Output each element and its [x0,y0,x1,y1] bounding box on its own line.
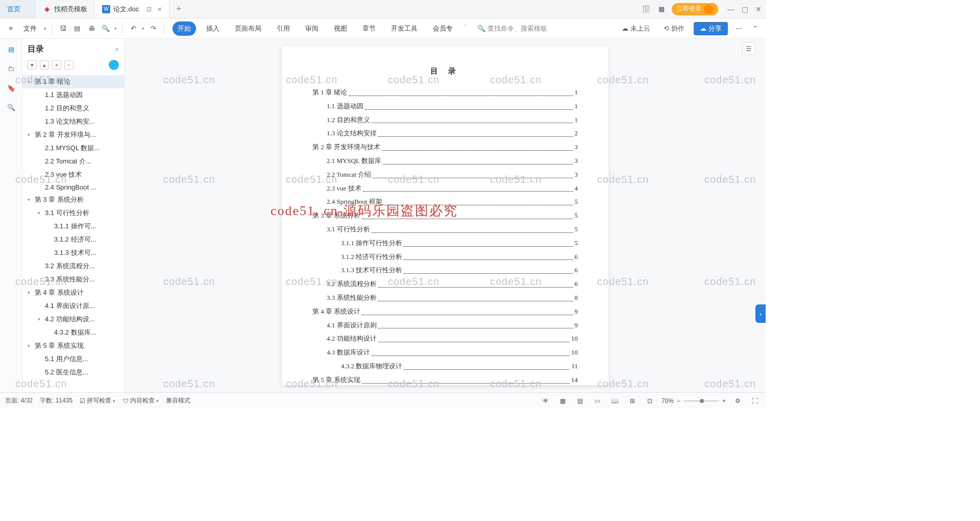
toc-item[interactable]: 2.4 SpringBoot ... [22,181,124,193]
book-icon[interactable]: 📖 [609,395,621,407]
assistant-icon[interactable] [109,60,119,70]
collapse-all-icon[interactable]: ▾ [28,60,37,69]
toc-item[interactable]: 4.1 界面设计原... [22,299,124,313]
pin-icon[interactable]: ⊡ [146,6,152,13]
login-button[interactable]: 立即登录 [672,3,718,15]
toc-item[interactable]: 3.1.3 技术可... [22,246,124,259]
print-icon[interactable]: 🖶 [86,23,97,34]
settings-icon[interactable]: ⚙ [732,395,743,407]
grid-view-icon[interactable]: ⊞ [627,395,638,407]
bookmark-icon[interactable]: 🔖 [6,83,16,93]
page-indicator[interactable]: 页面: 4/32 [5,396,33,405]
tab-template[interactable]: ◆ 找稻壳模板 [36,0,95,18]
spell-check[interactable]: ☑拼写检查 ▾ [80,396,115,405]
nav-right-icon[interactable]: › [463,21,468,36]
menu-layout[interactable]: 页面布局 [230,21,266,36]
leader-dots [349,87,573,96]
zoom-out-icon[interactable]: − [677,397,680,405]
minimize-icon[interactable]: ― [727,5,734,13]
content-check[interactable]: 🛡内容检查 ▾ [122,396,159,405]
toc-item[interactable]: 3.1.1 操作可... [22,220,124,233]
search-rail-icon[interactable]: 🔍 [6,102,16,112]
document-area[interactable]: 目 录 第 1 章 绪论11.1 选题动因11.2 目的和意义11.3 论文结构… [125,39,766,392]
toc-item[interactable]: 5.1 用户信息... [22,352,124,366]
toc-item[interactable]: ▾第 4 章 系统设计 [22,286,124,299]
outline-view-icon[interactable]: ▤ [575,395,586,407]
toc-item[interactable]: ▾第 2 章 开发环境与... [22,128,124,141]
toc-item[interactable]: 3.1.2 经济可... [22,233,124,246]
preview-icon[interactable]: 🔍 [100,23,111,34]
toc-item[interactable]: ▾第 1 章 绪论 [22,75,124,88]
tab-home[interactable]: 首页 [0,0,36,18]
toc-item[interactable]: 3.3 系统性能分... [22,273,124,286]
search-command[interactable]: 🔍 查找命令、搜索模板 [477,24,547,33]
remove-toc-icon[interactable]: − [64,60,74,69]
toc-item[interactable]: ▾第 5 章 系统实现 [22,339,124,352]
toc-item[interactable]: 1.2 目的和意义 [22,102,124,115]
eye-icon[interactable]: 👁 [540,395,551,407]
cloud-status[interactable]: ☁未上云 [618,22,654,35]
toc-item[interactable]: 2.1 MYSQL 数据... [22,141,124,155]
toc-item[interactable]: 3.2 系统流程分... [22,259,124,273]
properties-icon[interactable]: ☰ [742,42,755,55]
maximize-icon[interactable]: ▢ [742,5,748,13]
collapse-icon[interactable]: ⌃ [749,23,761,34]
toc-item[interactable]: 1.3 论文结构安... [22,115,124,128]
more-icon[interactable]: ⋯ [733,23,744,34]
close-icon[interactable]: × [158,5,162,13]
menu-review[interactable]: 审阅 [300,21,324,36]
menu-view[interactable]: 视图 [329,21,352,36]
toc-item[interactable]: ▾第 3 章 系统分析 [22,193,124,206]
word-count[interactable]: 字数: 11435 [40,396,72,405]
menu-member[interactable]: 会员专 [428,21,458,36]
caret-icon: ▾ [28,343,33,348]
tab-document[interactable]: W 论文.doc ⊡ × [95,0,169,18]
side-handle-icon[interactable]: ‹ [755,304,766,323]
zoom-control[interactable]: 70% − + [662,397,726,405]
save-icon[interactable]: 🖫 [57,23,68,34]
doc-toc-text: 第 5 章 系统实现 [312,375,360,386]
hamburger-icon[interactable]: ≡ [5,23,16,34]
toc-item[interactable]: 1.1 选题动因 [22,88,124,102]
undo-icon[interactable]: ↶ [128,23,139,34]
toc-item-label: 1.3 论文结构安... [45,117,95,126]
layout-icon[interactable]: ⿲ [641,4,651,14]
zoom-in-icon[interactable]: + [722,397,726,405]
toc-item-label: 4.3.2 数据库... [54,328,96,337]
menu-start[interactable]: 开始 [173,21,196,36]
add-tab-button[interactable]: + [169,0,188,18]
toc-item[interactable]: ▾4.2 功能结构设... [22,313,124,326]
fullscreen-icon[interactable]: ⛶ [749,395,761,407]
toc-close-icon[interactable]: × [115,45,119,54]
share-button[interactable]: ☁分享 [694,22,728,35]
expand-all-icon[interactable]: ▴ [40,60,49,69]
reading-icon[interactable]: ▭ [592,395,603,407]
compat-mode[interactable]: 兼容模式 [166,396,190,405]
file-menu[interactable]: 文件 [19,22,41,35]
folder-icon[interactable]: 🗀 [6,63,16,74]
toc-item[interactable]: 2.3 vue 技术 [22,168,124,181]
zoom-slider[interactable] [683,400,719,401]
doc-toc-page: 5 [575,224,578,235]
ruler-icon[interactable]: ⊡ [644,395,655,407]
doc-toc-page: 9 [575,320,578,331]
menu-ref[interactable]: 引用 [272,21,295,36]
web-layout-icon[interactable]: ▦ [557,395,569,407]
menu-chapter[interactable]: 章节 [357,21,381,36]
add-toc-icon[interactable]: + [52,60,61,69]
menu-devtools[interactable]: 开发工具 [386,21,423,36]
grid-icon[interactable]: ▦ [656,4,667,14]
doc-toc-text: 2.4 SpringBoot 框架 [327,197,382,207]
window-close-icon[interactable]: ✕ [755,5,762,13]
print-preview-icon[interactable]: ▤ [71,23,83,34]
toc-item[interactable]: 5.2 医生信息... [22,366,124,379]
doc-toc-line: 3.2 系统流程分析6 [312,279,578,290]
redo-icon[interactable]: ↷ [148,23,159,34]
toc-item[interactable]: 2.2 Tomcat 介... [22,155,124,168]
outline-icon[interactable]: ▤ [6,44,16,54]
menu-insert[interactable]: 插入 [201,21,225,36]
toc-item[interactable]: 4.3.2 数据库... [22,326,124,339]
toc-item[interactable]: ▾3.1 可行性分析 [22,206,124,220]
collab-button[interactable]: ⟲协作 [659,22,689,35]
avatar-icon [704,5,713,14]
